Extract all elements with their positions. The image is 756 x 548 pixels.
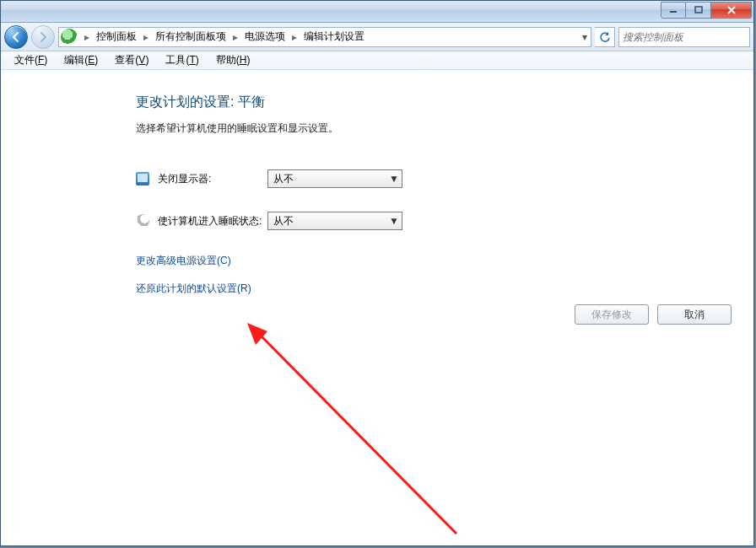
minimize-button[interactable] [661, 2, 686, 19]
sleep-select[interactable]: 从不 ▼ [267, 212, 402, 230]
nav-row: ▸ 控制面板 ▸ 所有控制面板项 ▸ 电源选项 ▸ 编辑计划设置 ▾ [1, 23, 753, 51]
titlebar [1, 1, 753, 23]
svg-line-2 [258, 333, 456, 534]
menu-edit[interactable]: 编辑(E) [56, 51, 106, 69]
refresh-button[interactable] [595, 27, 615, 47]
search-input[interactable] [619, 28, 753, 46]
window: ▸ 控制面板 ▸ 所有控制面板项 ▸ 电源选项 ▸ 编辑计划设置 ▾ 文件(F)… [0, 0, 754, 546]
page-title: 更改计划的设置: 平衡 [136, 94, 737, 111]
moon-icon [136, 214, 149, 228]
page-subtitle: 选择希望计算机使用的睡眠设置和显示设置。 [136, 121, 737, 136]
svg-rect-1 [695, 7, 702, 13]
arrow-left-icon [10, 31, 22, 43]
breadcrumb[interactable]: ▸ 控制面板 ▸ 所有控制面板项 ▸ 电源选项 ▸ 编辑计划设置 ▾ [58, 27, 591, 47]
breadcrumb-sep-icon: ▸ [228, 31, 243, 43]
svg-marker-3 [247, 323, 267, 345]
forward-button[interactable] [31, 25, 55, 49]
display-off-select[interactable]: 从不 ▼ [267, 169, 402, 188]
menu-view[interactable]: 查看(V) [106, 51, 157, 69]
content-area: 更改计划的设置: 平衡 选择希望计算机使用的睡眠设置和显示设置。 关闭显示器: … [1, 70, 753, 545]
display-off-label: 关闭显示器: [158, 172, 267, 186]
menu-file[interactable]: 文件(F) [6, 51, 56, 69]
link-advanced-power-settings[interactable]: 更改高级电源设置(C) [136, 254, 737, 268]
menu-tools[interactable]: 工具(T) [157, 51, 207, 69]
menu-help[interactable]: 帮助(H) [208, 51, 259, 69]
close-icon [726, 6, 737, 14]
breadcrumb-item[interactable]: 所有控制面板项 [154, 30, 228, 44]
search-box[interactable] [618, 27, 750, 47]
save-button[interactable]: 保存修改 [575, 304, 649, 325]
breadcrumb-item[interactable]: 编辑计划设置 [302, 30, 366, 44]
breadcrumb-dropdown-icon[interactable]: ▾ [577, 27, 591, 47]
maximize-icon [694, 6, 703, 14]
chevron-down-icon: ▼ [386, 212, 402, 229]
back-button[interactable] [4, 25, 28, 49]
svg-rect-0 [670, 11, 677, 13]
chevron-down-icon: ▼ [386, 170, 402, 187]
window-controls [661, 2, 752, 19]
minimize-icon [669, 6, 678, 14]
display-off-value: 从不 [268, 172, 386, 186]
breadcrumb-sep-icon: ▸ [138, 31, 154, 43]
arrow-right-icon [37, 31, 49, 43]
breadcrumb-item[interactable]: 电源选项 [243, 30, 287, 44]
setting-row-sleep: 使计算机进入睡眠状态: 从不 ▼ [136, 212, 737, 230]
sleep-value: 从不 [268, 214, 386, 228]
breadcrumb-sep-icon: ▸ [287, 31, 302, 43]
monitor-icon [136, 172, 149, 185]
maximize-button[interactable] [686, 2, 711, 19]
cancel-button[interactable]: 取消 [657, 304, 732, 325]
button-row: 保存修改 取消 [575, 304, 732, 325]
close-button[interactable] [711, 2, 752, 19]
breadcrumb-sep-icon: ▸ [79, 31, 94, 43]
sleep-label: 使计算机进入睡眠状态: [158, 214, 267, 228]
annotation-arrow-icon [246, 323, 465, 542]
breadcrumb-item[interactable]: 控制面板 [94, 30, 138, 44]
refresh-icon [599, 31, 611, 43]
menubar: 文件(F) 编辑(E) 查看(V) 工具(T) 帮助(H) [1, 51, 753, 70]
control-panel-icon [61, 29, 78, 46]
link-restore-defaults[interactable]: 还原此计划的默认设置(R) [136, 282, 737, 296]
setting-row-display: 关闭显示器: 从不 ▼ [136, 169, 737, 188]
